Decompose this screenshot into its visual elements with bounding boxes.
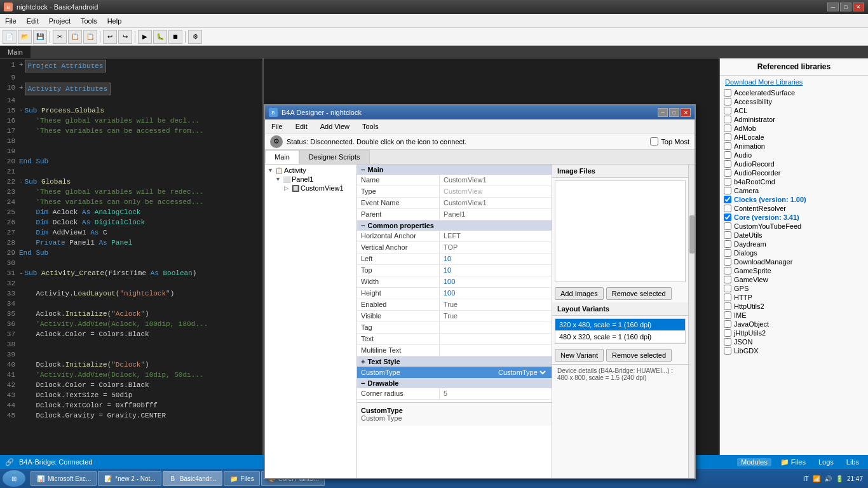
lib-http-checkbox[interactable] xyxy=(724,294,731,301)
taskbar-right: IT 📶 🔊 🔋 21:47 xyxy=(803,475,865,483)
remove-images-button[interactable]: Remove selected xyxy=(606,287,672,300)
editor-tab-main[interactable]: Main xyxy=(0,46,31,58)
lib-ahlocale-checkbox[interactable] xyxy=(724,133,731,141)
maximize-button[interactable]: □ xyxy=(840,3,851,11)
taskbar-item-0[interactable]: 📊 Microsoft Exc... xyxy=(31,471,97,486)
lib-gameview-checkbox[interactable] xyxy=(724,276,731,283)
bottom-tab-modules[interactable]: Modules xyxy=(737,458,771,466)
bottom-tab-libs[interactable]: Libs xyxy=(843,458,863,466)
custom-type-dropdown[interactable]: CustomType CustomType xyxy=(357,367,552,378)
lib-camera: Camera xyxy=(720,186,868,195)
lib-javaobject-checkbox[interactable] xyxy=(724,320,731,328)
tree-item-panel1[interactable]: ▼ ⬜ Panel1 xyxy=(266,175,355,184)
taskbar-item-2[interactable]: B Basic4andr... xyxy=(163,471,222,486)
menu-project[interactable]: Project xyxy=(44,14,76,27)
lib-animation-checkbox[interactable] xyxy=(724,142,731,150)
lib-accessibility-checkbox[interactable] xyxy=(724,98,731,105)
lib-camera-checkbox[interactable] xyxy=(724,187,731,194)
toolbar-stop[interactable]: ⏹ xyxy=(168,30,182,44)
top-most-checkbox[interactable] xyxy=(650,137,658,146)
tree-item-customview1[interactable]: ▷ 🔲 CustomView1 xyxy=(266,184,355,193)
designer-close[interactable]: ✕ xyxy=(681,108,691,117)
lib-dateutils-checkbox[interactable] xyxy=(724,231,731,239)
expand-icon-panel1: ▼ xyxy=(275,176,283,182)
code-line-32: 32 xyxy=(1,278,261,288)
lib-jhttputils2-checkbox[interactable] xyxy=(724,329,731,337)
lib-acceleratedsurface-checkbox[interactable] xyxy=(724,89,731,97)
close-button[interactable]: ✕ xyxy=(853,3,864,11)
lib-audiorecord-checkbox[interactable] xyxy=(724,160,731,168)
lib-ime-checkbox[interactable] xyxy=(724,311,731,319)
layout-item-1[interactable]: 480 x 320, scale = 1 (160 dpi) xyxy=(555,331,685,343)
tab-designer-scripts[interactable]: Designer Scripts xyxy=(299,150,370,164)
lib-downloadmanager-checkbox[interactable] xyxy=(724,258,731,266)
designer-maximize[interactable]: □ xyxy=(669,108,679,117)
lib-gamesprite-checkbox[interactable] xyxy=(724,267,731,274)
lib-core-checkbox[interactable] xyxy=(724,214,731,221)
designer-minimize[interactable]: ─ xyxy=(658,108,668,117)
toolbar-paste[interactable]: 📋 xyxy=(83,30,97,44)
menu-help[interactable]: Help xyxy=(102,14,127,27)
lib-gamesprite: GameSprite xyxy=(720,266,868,275)
remove-variant-button[interactable]: Remove selected xyxy=(606,349,672,362)
lib-clocks-checkbox[interactable] xyxy=(724,196,731,203)
lib-libgdx-checkbox[interactable] xyxy=(724,347,731,355)
lib-audiorecorder-checkbox[interactable] xyxy=(724,169,731,177)
layout-item-0[interactable]: 320 x 480, scale = 1 (160 dpi) xyxy=(555,319,685,331)
code-line-30: 30 xyxy=(1,258,261,268)
lib-dialogs-checkbox[interactable] xyxy=(724,249,731,257)
menu-tools[interactable]: Tools xyxy=(76,14,102,27)
bottom-tab-files[interactable]: 📁 Files xyxy=(776,458,810,466)
designer-menu-edit[interactable]: Edit xyxy=(289,121,314,132)
lib-contentresolver-checkbox[interactable] xyxy=(724,205,731,212)
menu-edit[interactable]: Edit xyxy=(22,14,44,27)
toolbar-redo[interactable]: ↪ xyxy=(118,30,132,44)
code-line-14: 14 xyxy=(1,95,261,105)
tab-main[interactable]: Main xyxy=(265,150,299,164)
lib-acl-checkbox[interactable] xyxy=(724,107,731,114)
main-section-header[interactable]: − Main xyxy=(357,165,552,175)
toolbar-undo[interactable]: ↩ xyxy=(103,30,117,44)
lib-httputils2-checkbox[interactable] xyxy=(724,302,731,310)
toolbar-debug[interactable]: 🐛 xyxy=(153,30,167,44)
properties-panel: − Main Name CustomView1 Type CustomView … xyxy=(357,165,552,478)
toolbar-new[interactable]: 📄 xyxy=(3,30,17,44)
lib-b4arootcmd-checkbox[interactable] xyxy=(724,178,731,186)
taskbar-item-3[interactable]: 📁 Files xyxy=(224,471,260,486)
drawable-section-header[interactable]: − Drawable xyxy=(357,378,552,388)
lib-audio-checkbox[interactable] xyxy=(724,151,731,159)
lib-gps-checkbox[interactable] xyxy=(724,285,731,292)
lib-administrator-checkbox[interactable] xyxy=(724,116,731,123)
textstyle-section-header[interactable]: + Text Style xyxy=(357,356,552,367)
bottom-tab-logs[interactable]: Logs xyxy=(815,458,837,466)
add-images-button[interactable]: Add Images xyxy=(555,287,604,300)
toolbar-save[interactable]: 💾 xyxy=(33,30,47,44)
designer-menu-file[interactable]: File xyxy=(265,121,289,132)
props-scrollbar[interactable] xyxy=(688,165,695,478)
connection-icon[interactable]: ⚙ xyxy=(270,135,283,148)
minimize-button[interactable]: ─ xyxy=(827,3,839,11)
custom-type-select[interactable]: CustomType xyxy=(496,368,548,377)
toolbar-settings[interactable]: ⚙ xyxy=(188,30,202,44)
lib-admob-checkbox[interactable] xyxy=(724,125,731,132)
toolbar-copy[interactable]: 📋 xyxy=(68,30,82,44)
tree-item-activity[interactable]: ▼ 📋 Activity xyxy=(266,166,355,175)
menu-file[interactable]: File xyxy=(0,14,22,27)
common-section-header[interactable]: − Common properties xyxy=(357,220,552,231)
code-line-27: 27 Dim AddView1 As C xyxy=(1,227,261,238)
code-area[interactable]: 1 + Project Attributes 9 10 + Activity A… xyxy=(0,58,262,455)
designer-menu-addview[interactable]: Add View xyxy=(314,121,356,132)
toolbar-run[interactable]: ▶ xyxy=(138,30,152,44)
lib-customyoutubefeed-checkbox[interactable] xyxy=(724,222,731,230)
lib-audiorecord: AudioRecord xyxy=(720,159,868,168)
taskbar-item-1[interactable]: 📝 *new 2 - Not... xyxy=(98,471,161,486)
toolbar-open[interactable]: 📂 xyxy=(18,30,32,44)
designer-menu-tools[interactable]: Tools xyxy=(356,121,385,132)
start-button[interactable]: ⊞ xyxy=(3,470,25,487)
download-libs-link[interactable]: Download More Libraries xyxy=(720,76,868,88)
lib-json-checkbox[interactable] xyxy=(724,338,731,346)
lib-daydream-checkbox[interactable] xyxy=(724,240,731,248)
designer-title-bar: B B4A Designer - nightclock ─ □ ✕ xyxy=(265,105,695,119)
new-variant-button[interactable]: New Variant xyxy=(555,349,604,362)
toolbar-cut[interactable]: ✂ xyxy=(53,30,67,44)
